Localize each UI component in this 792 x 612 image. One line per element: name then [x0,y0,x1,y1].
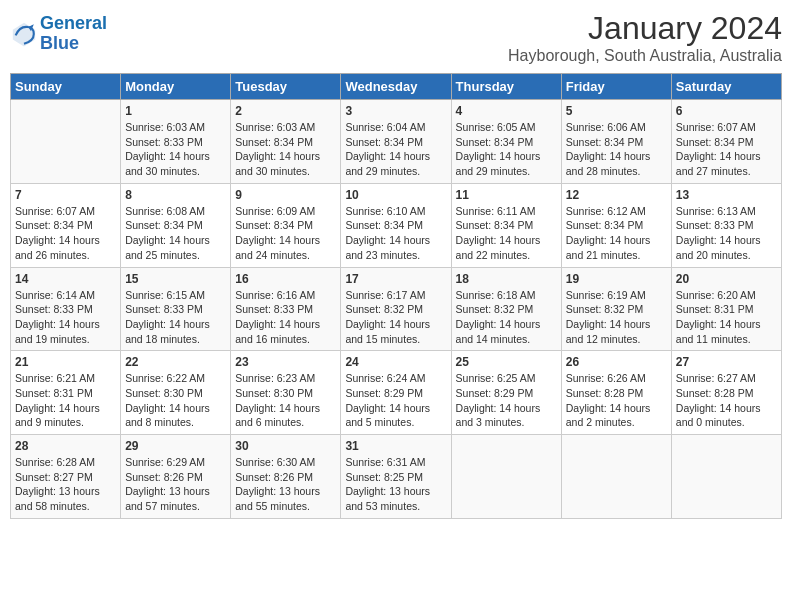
cell-text: Sunrise: 6:12 AM Sunset: 8:34 PM Dayligh… [566,204,667,263]
cell-text: Sunrise: 6:03 AM Sunset: 8:33 PM Dayligh… [125,120,226,179]
cell-text: Sunrise: 6:19 AM Sunset: 8:32 PM Dayligh… [566,288,667,347]
cell-text: Sunrise: 6:05 AM Sunset: 8:34 PM Dayligh… [456,120,557,179]
calendar-cell: 29Sunrise: 6:29 AM Sunset: 8:26 PM Dayli… [121,435,231,519]
day-number: 29 [125,439,226,453]
calendar-cell [561,435,671,519]
calendar-cell: 28Sunrise: 6:28 AM Sunset: 8:27 PM Dayli… [11,435,121,519]
day-number: 30 [235,439,336,453]
location: Hayborough, South Australia, Australia [508,47,782,65]
calendar-cell: 10Sunrise: 6:10 AM Sunset: 8:34 PM Dayli… [341,183,451,267]
logo-blue: Blue [40,33,79,53]
day-number: 2 [235,104,336,118]
day-number: 20 [676,272,777,286]
header: General Blue January 2024 Hayborough, So… [10,10,782,65]
cell-text: Sunrise: 6:18 AM Sunset: 8:32 PM Dayligh… [456,288,557,347]
calendar-cell: 20Sunrise: 6:20 AM Sunset: 8:31 PM Dayli… [671,267,781,351]
cell-text: Sunrise: 6:09 AM Sunset: 8:34 PM Dayligh… [235,204,336,263]
day-number: 7 [15,188,116,202]
day-number: 3 [345,104,446,118]
calendar-cell: 6Sunrise: 6:07 AM Sunset: 8:34 PM Daylig… [671,100,781,184]
day-number: 19 [566,272,667,286]
cell-text: Sunrise: 6:07 AM Sunset: 8:34 PM Dayligh… [15,204,116,263]
weekday-header-sunday: Sunday [11,74,121,100]
cell-text: Sunrise: 6:27 AM Sunset: 8:28 PM Dayligh… [676,371,777,430]
day-number: 31 [345,439,446,453]
weekday-header-friday: Friday [561,74,671,100]
calendar-cell: 26Sunrise: 6:26 AM Sunset: 8:28 PM Dayli… [561,351,671,435]
calendar-cell: 17Sunrise: 6:17 AM Sunset: 8:32 PM Dayli… [341,267,451,351]
cell-text: Sunrise: 6:08 AM Sunset: 8:34 PM Dayligh… [125,204,226,263]
weekday-header-row: SundayMondayTuesdayWednesdayThursdayFrid… [11,74,782,100]
day-number: 27 [676,355,777,369]
calendar-cell: 4Sunrise: 6:05 AM Sunset: 8:34 PM Daylig… [451,100,561,184]
day-number: 12 [566,188,667,202]
cell-text: Sunrise: 6:03 AM Sunset: 8:34 PM Dayligh… [235,120,336,179]
cell-text: Sunrise: 6:24 AM Sunset: 8:29 PM Dayligh… [345,371,446,430]
day-number: 15 [125,272,226,286]
calendar-cell: 16Sunrise: 6:16 AM Sunset: 8:33 PM Dayli… [231,267,341,351]
cell-text: Sunrise: 6:17 AM Sunset: 8:32 PM Dayligh… [345,288,446,347]
cell-text: Sunrise: 6:21 AM Sunset: 8:31 PM Dayligh… [15,371,116,430]
day-number: 26 [566,355,667,369]
cell-text: Sunrise: 6:26 AM Sunset: 8:28 PM Dayligh… [566,371,667,430]
day-number: 13 [676,188,777,202]
day-number: 22 [125,355,226,369]
calendar-table: SundayMondayTuesdayWednesdayThursdayFrid… [10,73,782,519]
calendar-cell: 7Sunrise: 6:07 AM Sunset: 8:34 PM Daylig… [11,183,121,267]
day-number: 8 [125,188,226,202]
cell-text: Sunrise: 6:04 AM Sunset: 8:34 PM Dayligh… [345,120,446,179]
day-number: 1 [125,104,226,118]
cell-text: Sunrise: 6:14 AM Sunset: 8:33 PM Dayligh… [15,288,116,347]
calendar-cell: 14Sunrise: 6:14 AM Sunset: 8:33 PM Dayli… [11,267,121,351]
calendar-cell: 24Sunrise: 6:24 AM Sunset: 8:29 PM Dayli… [341,351,451,435]
calendar-cell: 25Sunrise: 6:25 AM Sunset: 8:29 PM Dayli… [451,351,561,435]
cell-text: Sunrise: 6:28 AM Sunset: 8:27 PM Dayligh… [15,455,116,514]
day-number: 6 [676,104,777,118]
calendar-cell: 15Sunrise: 6:15 AM Sunset: 8:33 PM Dayli… [121,267,231,351]
weekday-header-monday: Monday [121,74,231,100]
day-number: 18 [456,272,557,286]
day-number: 24 [345,355,446,369]
calendar-cell: 2Sunrise: 6:03 AM Sunset: 8:34 PM Daylig… [231,100,341,184]
week-row-4: 21Sunrise: 6:21 AM Sunset: 8:31 PM Dayli… [11,351,782,435]
calendar-cell: 30Sunrise: 6:30 AM Sunset: 8:26 PM Dayli… [231,435,341,519]
weekday-header-thursday: Thursday [451,74,561,100]
cell-text: Sunrise: 6:06 AM Sunset: 8:34 PM Dayligh… [566,120,667,179]
day-number: 5 [566,104,667,118]
weekday-header-saturday: Saturday [671,74,781,100]
weekday-header-wednesday: Wednesday [341,74,451,100]
calendar-cell: 9Sunrise: 6:09 AM Sunset: 8:34 PM Daylig… [231,183,341,267]
calendar-cell: 23Sunrise: 6:23 AM Sunset: 8:30 PM Dayli… [231,351,341,435]
calendar-cell: 21Sunrise: 6:21 AM Sunset: 8:31 PM Dayli… [11,351,121,435]
day-number: 4 [456,104,557,118]
calendar-cell: 3Sunrise: 6:04 AM Sunset: 8:34 PM Daylig… [341,100,451,184]
cell-text: Sunrise: 6:20 AM Sunset: 8:31 PM Dayligh… [676,288,777,347]
day-number: 23 [235,355,336,369]
calendar-cell [671,435,781,519]
week-row-3: 14Sunrise: 6:14 AM Sunset: 8:33 PM Dayli… [11,267,782,351]
cell-text: Sunrise: 6:10 AM Sunset: 8:34 PM Dayligh… [345,204,446,263]
calendar-cell [11,100,121,184]
calendar-cell: 8Sunrise: 6:08 AM Sunset: 8:34 PM Daylig… [121,183,231,267]
week-row-2: 7Sunrise: 6:07 AM Sunset: 8:34 PM Daylig… [11,183,782,267]
day-number: 28 [15,439,116,453]
cell-text: Sunrise: 6:25 AM Sunset: 8:29 PM Dayligh… [456,371,557,430]
weekday-header-tuesday: Tuesday [231,74,341,100]
day-number: 16 [235,272,336,286]
cell-text: Sunrise: 6:23 AM Sunset: 8:30 PM Dayligh… [235,371,336,430]
day-number: 10 [345,188,446,202]
week-row-5: 28Sunrise: 6:28 AM Sunset: 8:27 PM Dayli… [11,435,782,519]
logo: General Blue [10,14,107,54]
day-number: 25 [456,355,557,369]
cell-text: Sunrise: 6:16 AM Sunset: 8:33 PM Dayligh… [235,288,336,347]
week-row-1: 1Sunrise: 6:03 AM Sunset: 8:33 PM Daylig… [11,100,782,184]
calendar-cell [451,435,561,519]
cell-text: Sunrise: 6:22 AM Sunset: 8:30 PM Dayligh… [125,371,226,430]
day-number: 21 [15,355,116,369]
calendar-cell: 12Sunrise: 6:12 AM Sunset: 8:34 PM Dayli… [561,183,671,267]
cell-text: Sunrise: 6:07 AM Sunset: 8:34 PM Dayligh… [676,120,777,179]
calendar-cell: 31Sunrise: 6:31 AM Sunset: 8:25 PM Dayli… [341,435,451,519]
calendar-cell: 13Sunrise: 6:13 AM Sunset: 8:33 PM Dayli… [671,183,781,267]
cell-text: Sunrise: 6:31 AM Sunset: 8:25 PM Dayligh… [345,455,446,514]
day-number: 14 [15,272,116,286]
